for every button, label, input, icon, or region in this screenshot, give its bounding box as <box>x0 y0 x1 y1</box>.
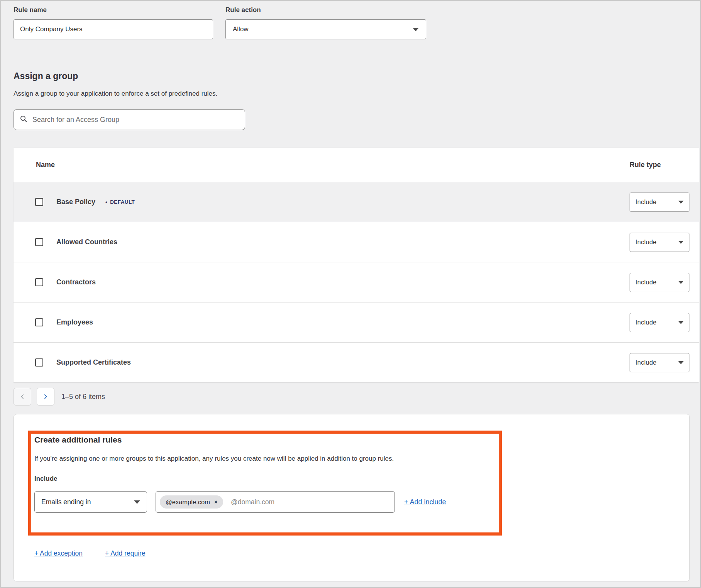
table-header: Name Rule type <box>14 148 699 182</box>
email-domain-input[interactable]: @example.com × <box>156 491 395 513</box>
default-badge: • DEFAULT <box>105 199 135 205</box>
group-name: Contractors <box>56 278 96 286</box>
additional-rules-description: If you're assigning one or more groups t… <box>34 455 689 463</box>
table-row: Allowed Countries Include <box>14 222 699 262</box>
table-row: Contractors Include <box>14 262 699 302</box>
table-row: Supported Certificates Include <box>14 342 699 382</box>
chip-remove-icon[interactable]: × <box>214 499 217 505</box>
badge-bullet-icon: • <box>105 199 107 205</box>
group-name: Supported Certificates <box>56 358 131 367</box>
rule-type-select[interactable]: Include <box>630 233 689 252</box>
rule-action-label: Rule action <box>225 6 426 14</box>
badge-label: DEFAULT <box>110 199 135 205</box>
group-name: Allowed Countries <box>56 238 117 246</box>
chevron-down-icon <box>678 201 684 204</box>
row-checkbox[interactable] <box>35 358 43 367</box>
rule-action-select[interactable]: Allow <box>225 19 426 39</box>
rule-action-field-group: Rule action Allow <box>225 6 426 39</box>
chip-label: @example.com <box>166 498 210 506</box>
group-name: Employees <box>56 318 93 326</box>
rule-action-value: Allow <box>233 25 249 33</box>
search-icon <box>20 115 27 124</box>
chevron-left-icon <box>20 394 25 399</box>
access-rule-page: Rule name Rule action Allow Assign a gro… <box>0 0 701 588</box>
rule-type-value: Include <box>635 359 657 367</box>
additional-rules-card: Create additional rules If you're assign… <box>14 414 690 581</box>
table-row: Employees Include <box>14 302 699 342</box>
rule-selector-select[interactable]: Emails ending in <box>34 491 147 513</box>
table-row: Base Policy • DEFAULT Include <box>14 182 699 222</box>
add-require-link[interactable]: + Add require <box>105 549 146 558</box>
chevron-down-icon <box>134 500 140 504</box>
rule-type-select[interactable]: Include <box>630 353 689 372</box>
group-name: Base Policy <box>56 198 95 206</box>
email-chip: @example.com × <box>160 495 223 509</box>
rule-selector-value: Emails ending in <box>41 498 91 506</box>
column-header-rule-type: Rule type <box>630 161 689 169</box>
search-input[interactable] <box>32 116 239 124</box>
chevron-right-icon <box>43 394 48 399</box>
column-header-name: Name <box>14 161 630 169</box>
chevron-down-icon <box>678 321 684 324</box>
chevron-down-icon <box>678 281 684 284</box>
access-group-table: Name Rule type Base Policy • DEFAULT Inc… <box>14 148 699 382</box>
chevron-down-icon <box>678 241 684 244</box>
domain-input[interactable] <box>231 498 391 506</box>
rule-name-label: Rule name <box>14 6 213 14</box>
footer-links: + Add exception + Add require <box>34 549 689 558</box>
additional-rules-heading: Create additional rules <box>34 435 689 444</box>
rule-type-value: Include <box>635 319 657 326</box>
rule-name-field-group: Rule name <box>14 6 213 39</box>
chevron-down-icon <box>413 28 419 31</box>
include-rule-row: Emails ending in @example.com × + Add in… <box>34 491 689 513</box>
row-checkbox[interactable] <box>35 198 43 206</box>
add-include-link[interactable]: + Add include <box>404 498 446 506</box>
next-page-button[interactable] <box>37 388 54 406</box>
rule-type-select[interactable]: Include <box>630 313 689 332</box>
row-checkbox[interactable] <box>35 318 43 326</box>
access-group-search[interactable] <box>14 109 245 130</box>
rule-type-value: Include <box>635 238 657 246</box>
rule-name-input[interactable] <box>14 19 213 39</box>
rule-type-select[interactable]: Include <box>630 193 689 212</box>
include-label: Include <box>34 475 689 483</box>
add-exception-link[interactable]: + Add exception <box>34 549 83 558</box>
pagination-status: 1–5 of 6 items <box>61 393 105 401</box>
rule-form: Rule name Rule action Allow <box>14 6 700 39</box>
chevron-down-icon <box>678 361 684 364</box>
row-checkbox[interactable] <box>35 278 43 286</box>
previous-page-button[interactable] <box>14 388 31 406</box>
pagination: 1–5 of 6 items <box>14 388 700 406</box>
rule-type-value: Include <box>635 198 657 206</box>
rule-type-select[interactable]: Include <box>630 273 689 292</box>
rule-type-value: Include <box>635 279 657 286</box>
assign-group-heading: Assign a group <box>14 71 700 81</box>
assign-group-description: Assign a group to your application to en… <box>14 90 700 98</box>
row-checkbox[interactable] <box>35 238 43 246</box>
